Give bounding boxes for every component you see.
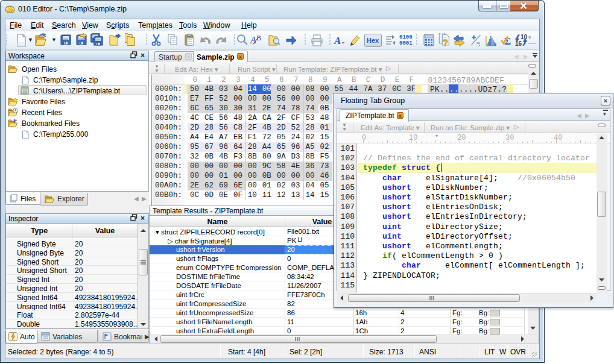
- svg-text:16: 16: [515, 40, 522, 47]
- svg-text:A: A: [334, 35, 341, 46]
- svg-text:B: B: [256, 34, 261, 42]
- svg-text:10: 10: [521, 34, 528, 40]
- svg-text:?: ?: [443, 37, 448, 48]
